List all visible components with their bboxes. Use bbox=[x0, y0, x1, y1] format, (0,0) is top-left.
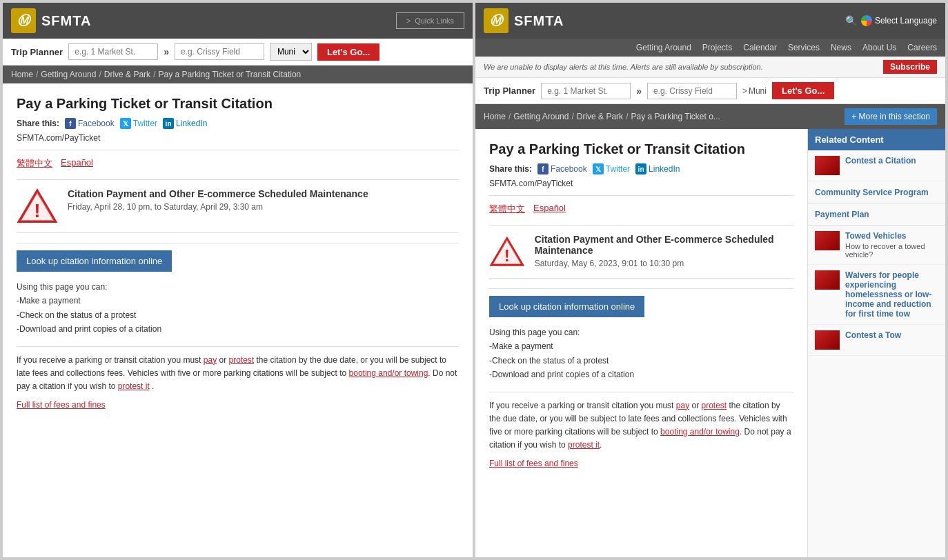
right-linkedin-label: LinkedIn bbox=[649, 164, 680, 174]
left-site-name: SFMTA bbox=[41, 13, 91, 29]
right-twitter-link[interactable]: 𝕏 Twitter bbox=[593, 163, 630, 174]
right-select-language: Select Language bbox=[875, 16, 937, 26]
right-trip-to[interactable] bbox=[647, 83, 737, 99]
left-lang-links: 繁體中文 Español bbox=[17, 157, 459, 170]
right-lets-go-button[interactable]: Let's Go... bbox=[772, 82, 834, 99]
community-service-link[interactable]: Community Service Program bbox=[815, 188, 929, 197]
quick-links-button[interactable]: > Quick Links bbox=[396, 12, 464, 29]
right-divider2 bbox=[489, 288, 793, 289]
left-maintenance-title: Citation Payment and Other E-commerce Sc… bbox=[68, 188, 368, 199]
right-logo-area: Ⓜ SFMTA bbox=[484, 8, 564, 33]
right-breadcrumb-drive-park[interactable]: Drive & Park bbox=[577, 112, 623, 121]
nav-news[interactable]: News bbox=[831, 43, 851, 52]
towed-vehicles-thumb-img bbox=[815, 231, 840, 250]
left-usage-item1: -Make a payment bbox=[17, 296, 81, 306]
right-trip-from[interactable] bbox=[541, 83, 631, 99]
nav-about-us[interactable]: About Us bbox=[862, 43, 896, 52]
right-trip-bar: Trip Planner » > Muni Let's Go... bbox=[475, 78, 945, 104]
right-usage-item3: -Download and print copies of a citation bbox=[489, 370, 634, 379]
right-breadcrumb: Home / Getting Around / Drive & Park / P… bbox=[475, 104, 945, 129]
left-logo-icon: Ⓜ bbox=[17, 12, 30, 29]
left-spanish-link[interactable]: Español bbox=[61, 157, 93, 170]
left-share-row: Share this: f Facebook 𝕏 Twitter in Link… bbox=[17, 118, 459, 129]
left-protest-link[interactable]: protest bbox=[229, 355, 255, 365]
left-trip-arrow: » bbox=[164, 46, 169, 57]
left-lookup-button[interactable]: Look up citation information online bbox=[17, 250, 172, 272]
right-breadcrumb-home[interactable]: Home bbox=[484, 112, 506, 121]
nav-projects[interactable]: Projects bbox=[702, 43, 732, 52]
left-trip-to[interactable] bbox=[175, 43, 264, 60]
right-sep1: / bbox=[508, 112, 511, 121]
left-content-area: Pay a Parking Ticket or Transit Citation… bbox=[3, 83, 473, 557]
right-body-text: If you receive a parking or transit cita… bbox=[489, 399, 793, 452]
left-chinese-link[interactable]: 繁體中文 bbox=[17, 157, 52, 170]
towed-vehicles-link[interactable]: Towed Vehicles bbox=[845, 231, 906, 241]
left-divider3 bbox=[17, 346, 459, 347]
left-pay-link[interactable]: pay bbox=[204, 355, 217, 365]
left-sep3: / bbox=[153, 70, 155, 79]
right-booting-link[interactable]: booting and/or towing bbox=[660, 427, 740, 437]
right-more-section-button[interactable]: + More in this section bbox=[845, 108, 937, 125]
right-lookup-button[interactable]: Look up citation information online bbox=[489, 296, 644, 317]
left-usage-text: Using this page you can: -Make a payment… bbox=[17, 280, 459, 337]
nav-services[interactable]: Services bbox=[788, 43, 820, 52]
right-sep2: / bbox=[571, 112, 573, 121]
right-linkedin-link[interactable]: in LinkedIn bbox=[635, 163, 680, 174]
right-protest-link[interactable]: protest bbox=[702, 401, 727, 410]
right-usage-text: Using this page you can: -Make a payment… bbox=[489, 326, 793, 382]
right-translate-area[interactable]: Select Language bbox=[861, 15, 937, 26]
contest-tow-thumb-img bbox=[815, 330, 840, 350]
right-search-button[interactable]: 🔍 bbox=[845, 15, 857, 26]
right-alert-text: We are unable to display alerts at this … bbox=[484, 63, 763, 71]
right-sep3: / bbox=[626, 112, 628, 121]
right-divider3 bbox=[489, 392, 793, 392]
payment-plan-link[interactable]: Payment Plan bbox=[815, 210, 869, 219]
left-sep1: / bbox=[36, 70, 38, 79]
right-logo-icon: Ⓜ bbox=[490, 12, 502, 29]
nav-calendar[interactable]: Calendar bbox=[743, 43, 777, 52]
left-trip-bar: Trip Planner » Muni Let's Go... bbox=[3, 39, 473, 66]
left-body-text: If you receive a parking or transit cita… bbox=[17, 354, 459, 394]
left-url-line: SFMTA.com/PayTicket bbox=[17, 133, 459, 143]
left-twitter-link[interactable]: 𝕏 Twitter bbox=[120, 118, 157, 129]
left-breadcrumb-getting-around[interactable]: Getting Around bbox=[41, 70, 96, 79]
sidebar-item-towed-vehicles: Towed Vehicles How to recover a towed ve… bbox=[808, 226, 945, 265]
right-panel: Ⓜ SFMTA 🔍 Select Language Getting Around… bbox=[475, 3, 945, 557]
left-full-list-link[interactable]: Full list of fees and fines bbox=[17, 400, 106, 410]
right-share-label: Share this: bbox=[489, 164, 532, 174]
right-full-list-link[interactable]: Full list of fees and fines bbox=[489, 459, 578, 468]
left-maintenance-date: Friday, April 28, 10 pm, to Saturday, Ap… bbox=[68, 202, 368, 212]
left-lets-go-button[interactable]: Let's Go... bbox=[317, 43, 379, 61]
left-booting-link[interactable]: booting and/or towing bbox=[349, 368, 428, 378]
right-divider1 bbox=[489, 195, 793, 196]
contest-citation-link[interactable]: Contest a Citation bbox=[845, 156, 916, 166]
left-protest-it-link[interactable]: protest it bbox=[118, 381, 150, 391]
right-search-area: 🔍 Select Language bbox=[845, 15, 937, 26]
right-maintenance-title: Citation Payment and Other E-commerce Sc… bbox=[535, 234, 793, 256]
right-subscribe-button[interactable]: Subscribe bbox=[883, 60, 937, 74]
left-trip-mode[interactable]: Muni bbox=[270, 43, 312, 61]
left-facebook-link[interactable]: f Facebook bbox=[65, 118, 115, 129]
contest-citation-thumb bbox=[815, 156, 840, 175]
right-pay-link[interactable]: pay bbox=[676, 401, 689, 410]
waivers-link[interactable]: Waivers for people experiencing homeless… bbox=[845, 270, 931, 319]
left-trip-from[interactable] bbox=[68, 43, 158, 60]
left-linkedin-link[interactable]: in LinkedIn bbox=[163, 118, 207, 129]
left-maintenance-box: ! Citation Payment and Other E-commerce … bbox=[17, 179, 459, 233]
towed-vehicles-sub: How to recover a towed vehicle? bbox=[845, 242, 938, 259]
right-linkedin-icon: in bbox=[635, 163, 646, 174]
nav-getting-around[interactable]: Getting Around bbox=[636, 43, 691, 52]
left-logo-area: Ⓜ SFMTA bbox=[11, 8, 91, 33]
left-breadcrumb-drive-park[interactable]: Drive & Park bbox=[104, 70, 150, 79]
right-chinese-link[interactable]: 繁體中文 bbox=[489, 203, 525, 215]
right-breadcrumb-getting-around[interactable]: Getting Around bbox=[513, 112, 569, 121]
left-breadcrumb-current: Pay a Parking Ticket or Transit Citation bbox=[158, 70, 301, 79]
right-sidebar: Related Content Contest a Citation Commu… bbox=[807, 129, 945, 557]
right-content-area: Pay a Parking Ticket or Transit Citation… bbox=[475, 129, 807, 557]
right-protest-it-link[interactable]: protest it bbox=[568, 440, 600, 450]
nav-careers[interactable]: Careers bbox=[907, 43, 937, 52]
right-spanish-link[interactable]: Español bbox=[533, 203, 566, 215]
right-facebook-link[interactable]: f Facebook bbox=[537, 163, 587, 174]
left-breadcrumb-home[interactable]: Home bbox=[11, 70, 33, 79]
contest-tow-link[interactable]: Contest a Tow bbox=[845, 330, 901, 340]
